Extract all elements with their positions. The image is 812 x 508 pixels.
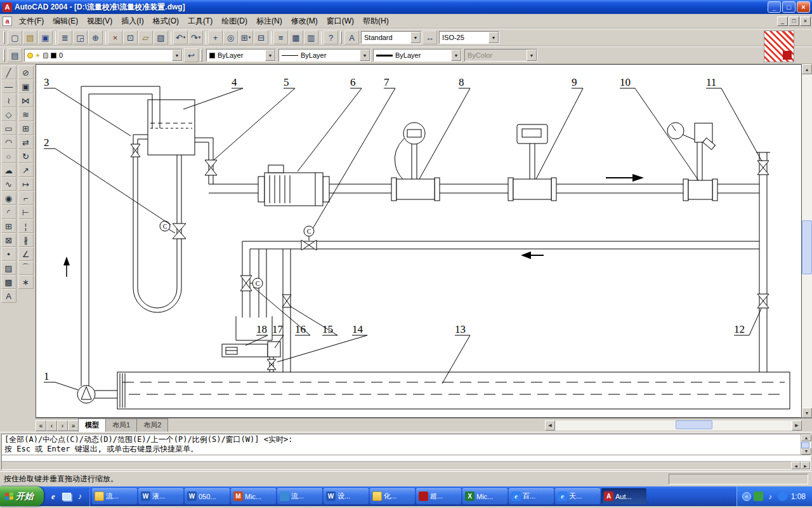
child-minimize-button[interactable]: _ <box>777 17 788 26</box>
child-close-button[interactable]: × <box>800 17 811 26</box>
child-restore-button[interactable]: □ <box>789 17 799 26</box>
scroll-down-icon[interactable]: ▼ <box>802 408 812 418</box>
command-history[interactable]: [全部(A)/中心点(C)/动态(D)/范围(E)/上一个(P)/比例(S)/窗… <box>2 434 801 455</box>
command-scroll-down-icon[interactable]: ▼ <box>801 448 811 455</box>
tab-model[interactable]: 模型 <box>78 418 106 432</box>
draw-construction-line-button[interactable]: — <box>1 79 16 93</box>
volume-icon[interactable]: ♪ <box>766 491 775 501</box>
modify-mirror-button[interactable]: ⋈ <box>18 93 34 107</box>
menu-draw[interactable]: 绘图(D) <box>217 14 252 29</box>
start-button[interactable]: 开始 <box>0 486 44 506</box>
command-scroll-left-icon[interactable]: ◀ <box>791 462 801 469</box>
draw-rectangle-button[interactable]: ▭ <box>1 121 16 135</box>
redo-dropdown-icon[interactable]: ▾ <box>199 35 201 40</box>
tab-prev-button[interactable]: ‹ <box>46 420 57 431</box>
dim-style-combo[interactable]: ISO-25 ▼ <box>439 31 499 44</box>
modify-scale-button[interactable]: ↗ <box>18 163 34 177</box>
publish-button[interactable]: ⊕ <box>88 30 103 44</box>
menu-format[interactable]: 格式(O) <box>148 14 183 29</box>
command-scroll-thumb[interactable] <box>801 442 809 448</box>
tray-chevron-icon[interactable]: « <box>742 492 751 501</box>
command-scroll-right-icon[interactable]: ▶ <box>801 462 810 469</box>
modify-trim-button[interactable]: ⌐ <box>18 191 34 205</box>
zoom-realtime-button[interactable]: ◎ <box>223 30 238 44</box>
taskbar-task-office[interactable]: MMic... <box>231 488 276 504</box>
model-space-canvas[interactable]: C C <box>36 64 802 418</box>
taskbar-task-folder[interactable]: 流... <box>92 488 137 504</box>
tab-next-button[interactable]: › <box>57 420 68 431</box>
draw-region-button[interactable]: ▩ <box>1 275 16 289</box>
menu-dimension[interactable]: 标注(N) <box>252 14 287 29</box>
show-desktop-icon[interactable] <box>61 491 72 502</box>
new-button[interactable]: ▢ <box>8 30 22 44</box>
undo-button[interactable]: ↶▾ <box>173 30 188 44</box>
command-input[interactable] <box>2 455 810 461</box>
draw-polyline-button[interactable]: ≀ <box>1 93 16 107</box>
tab-layout2[interactable]: 布局2 <box>136 418 168 432</box>
modify-erase-button[interactable]: ⊘ <box>18 65 34 79</box>
plot-preview-button[interactable]: ◲ <box>73 30 88 44</box>
taskbar-task-autocad[interactable]: AAut... <box>601 488 646 504</box>
tab-last-button[interactable]: » <box>68 420 79 431</box>
color-combo[interactable]: ByLayer ▼ <box>206 49 276 62</box>
messenger-tray-icon[interactable] <box>754 491 763 501</box>
taskbar-task-ie[interactable]: e百... <box>509 488 554 504</box>
modify-array-button[interactable]: ⊞ <box>18 121 34 135</box>
taskbar-task-word[interactable]: W设... <box>324 488 369 504</box>
layer-on-icon[interactable] <box>27 53 33 58</box>
taskbar-task-app[interactable]: 流... <box>277 488 322 504</box>
text-style-button[interactable]: A <box>344 30 359 44</box>
layer-lock-icon[interactable] <box>43 53 48 58</box>
open-button[interactable]: ▤ <box>23 30 37 44</box>
zoom-dropdown-icon[interactable]: ▾ <box>249 35 251 40</box>
command-horizontal-scrollbar[interactable]: ◀ ▶ <box>2 461 810 469</box>
modify-copy-button[interactable]: ▣ <box>18 79 34 93</box>
make-block-button[interactable]: ⊠ <box>1 233 16 247</box>
modify-move-button[interactable]: ⇄ <box>18 135 34 149</box>
modify-offset-button[interactable]: ≋ <box>18 107 34 121</box>
undo-dropdown-icon[interactable]: ▾ <box>183 35 186 40</box>
media-player-icon[interactable]: ♪ <box>74 491 86 502</box>
properties-button[interactable]: ≡ <box>273 30 288 44</box>
menu-modify[interactable]: 修改(M) <box>287 14 322 29</box>
copy-button[interactable]: ⊡ <box>123 30 138 44</box>
vertical-scroll-thumb[interactable] <box>802 220 812 274</box>
designcenter-button[interactable]: ▦ <box>289 30 303 44</box>
draw-arc-button[interactable]: ◠ <box>1 135 16 149</box>
canvas-vertical-scrollbar[interactable]: ▲ ▼ <box>802 64 812 418</box>
modify-break-button[interactable]: ∦ <box>18 233 34 247</box>
modify-stretch-button[interactable]: ↦ <box>18 177 34 191</box>
tab-first-button[interactable]: « <box>36 420 46 431</box>
menu-file[interactable]: 文件(F) <box>15 14 48 29</box>
dim-style-button[interactable]: ↔ <box>422 30 437 44</box>
layers-toolbar-grip[interactable] <box>3 49 5 62</box>
menu-tools[interactable]: 工具(T) <box>183 14 217 29</box>
text-style-combo[interactable]: Standard ▼ <box>361 31 421 44</box>
modify-chamfer-button[interactable]: ∠ <box>18 247 34 261</box>
combo-arrow-icon[interactable]: ▼ <box>360 50 370 61</box>
draw-point-button[interactable]: • <box>1 247 16 261</box>
taskbar-task-word[interactable]: W050... <box>185 488 230 504</box>
to olbar-grip[interactable] <box>3 31 5 44</box>
combo-arrow-icon[interactable]: ▼ <box>172 50 182 61</box>
modify-explode-button[interactable]: ∗ <box>18 275 34 289</box>
modify-rotate-button[interactable]: ↻ <box>18 149 34 163</box>
taskbar-task-word[interactable]: W液... <box>138 488 183 504</box>
menu-help[interactable]: 帮助(H) <box>358 14 393 29</box>
layer-previous-button[interactable]: ↩ <box>184 48 199 62</box>
modify-extend-button[interactable]: ⊢ <box>18 205 34 219</box>
combo-arrow-icon[interactable]: ▼ <box>451 50 461 61</box>
modify-break-point-button[interactable]: ¦ <box>18 219 34 233</box>
properties-toolbar-grip[interactable] <box>200 49 202 62</box>
draw-line-button[interactable]: ╱ <box>1 65 16 79</box>
command-scroll-up-icon[interactable]: ▲ <box>801 434 811 441</box>
pan-button[interactable]: + <box>208 30 223 44</box>
match-properties-button[interactable]: ▧ <box>154 30 168 44</box>
minimize-button[interactable]: _ <box>768 1 781 13</box>
menu-view[interactable]: 视图(V) <box>82 14 117 29</box>
combo-arrow-icon[interactable]: ▼ <box>488 32 499 43</box>
network-icon[interactable] <box>778 491 787 501</box>
combo-arrow-icon[interactable]: ▼ <box>265 50 275 61</box>
scroll-left-icon[interactable]: ◀ <box>545 420 555 431</box>
taskbar-task-ie[interactable]: e天... <box>555 488 600 504</box>
